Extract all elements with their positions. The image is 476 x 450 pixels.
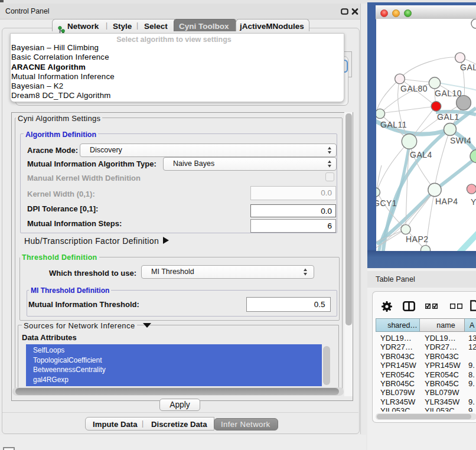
- svg-text:Y: Y: [471, 197, 476, 207]
- svg-text:HAP2: HAP2: [406, 234, 429, 244]
- svg-text:HAP4: HAP4: [435, 197, 458, 206]
- svg-text:GAL1: GAL1: [437, 112, 459, 122]
- svg-text:GAL10: GAL10: [435, 89, 462, 98]
- svg-text:GAL2: GAL2: [460, 63, 476, 72]
- svg-text:GAL80: GAL80: [400, 84, 428, 93]
- svg-text:GAL11: GAL11: [380, 120, 407, 129]
- svg-text:SWI4: SWI4: [450, 136, 471, 145]
- svg-text:GAL4: GAL4: [410, 150, 432, 159]
- svg-text:GCY1: GCY1: [376, 198, 397, 208]
